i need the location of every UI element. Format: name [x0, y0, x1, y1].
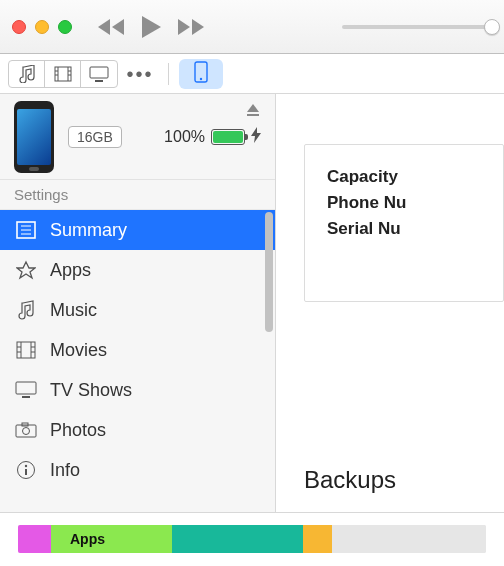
sidebar-item-photos[interactable]: Photos [0, 410, 275, 450]
device-button[interactable] [179, 59, 223, 89]
device-info-panel: Capacity Phone Nu Serial Nu [304, 144, 504, 302]
capacity-badge: 16GB [68, 126, 122, 148]
scrollbar-thumb[interactable] [265, 212, 273, 332]
storage-segment-audio [18, 525, 51, 553]
sidebar-item-info[interactable]: Info [0, 450, 275, 490]
sidebar-item-tv[interactable]: TV Shows [0, 370, 275, 410]
device-thumbnail [14, 101, 54, 173]
photos-icon [14, 422, 38, 438]
divider [168, 63, 169, 85]
playback-controls [96, 15, 206, 39]
more-button[interactable]: ••• [122, 61, 158, 87]
close-button[interactable] [12, 20, 26, 34]
forward-icon[interactable] [176, 18, 206, 36]
volume-knob[interactable] [484, 19, 500, 35]
svg-rect-11 [247, 114, 259, 116]
storage-bar-section: Apps [0, 512, 504, 566]
sidebar-item-label: Summary [50, 220, 127, 241]
svg-point-29 [25, 465, 27, 467]
sidebar-item-apps[interactable]: Apps [0, 250, 275, 290]
media-type-group [8, 60, 118, 88]
info-icon [14, 460, 38, 480]
summary-icon [14, 221, 38, 239]
rewind-icon[interactable] [96, 18, 126, 36]
sidebar-item-music[interactable]: Music [0, 290, 275, 330]
sidebar-item-label: Photos [50, 420, 106, 441]
sidebar-item-movies[interactable]: Movies [0, 330, 275, 370]
device-header: 16GB 100% [0, 94, 275, 180]
backups-heading: Backups [304, 466, 396, 494]
label-capacity: Capacity [327, 167, 503, 187]
music-icon [14, 300, 38, 320]
storage-segment-docs [172, 525, 303, 553]
sidebar-item-label: TV Shows [50, 380, 132, 401]
minimize-button[interactable] [35, 20, 49, 34]
sidebar-item-label: Music [50, 300, 97, 321]
svg-point-10 [200, 77, 202, 79]
volume-slider[interactable] [342, 25, 492, 29]
play-icon[interactable] [140, 15, 162, 39]
content-pane: Capacity Phone Nu Serial Nu Backups [276, 94, 504, 512]
label-phone-number: Phone Nu [327, 193, 503, 213]
settings-list: Summary Apps Music Movies [0, 210, 275, 490]
svg-point-27 [23, 428, 30, 435]
svg-rect-7 [90, 67, 108, 78]
svg-rect-16 [17, 342, 35, 358]
tab-movies[interactable] [45, 61, 81, 87]
movies-icon [14, 341, 38, 359]
device-sidebar: 16GB 100% Settings Summary [0, 94, 276, 512]
window-titlebar [0, 0, 504, 54]
sidebar-item-label: Info [50, 460, 80, 481]
battery-icon [211, 129, 245, 145]
section-label-settings: Settings [0, 180, 275, 210]
apps-icon [14, 260, 38, 280]
storage-segment-label: Apps [70, 525, 105, 553]
svg-rect-25 [16, 425, 36, 437]
charging-icon [251, 127, 261, 147]
tv-icon [14, 381, 38, 399]
sidebar-item-label: Movies [50, 340, 107, 361]
storage-segment-free [332, 525, 486, 553]
storage-segment-other [303, 525, 331, 553]
eject-icon[interactable] [245, 102, 261, 122]
storage-bar[interactable]: Apps [18, 525, 486, 553]
window-controls [12, 20, 72, 34]
library-tab-bar: ••• [0, 54, 504, 94]
sidebar-item-summary[interactable]: Summary [0, 210, 275, 250]
iphone-icon [194, 61, 208, 87]
tab-tv[interactable] [81, 61, 117, 87]
svg-rect-0 [55, 67, 71, 81]
storage-segment-apps [51, 525, 173, 553]
tab-music[interactable] [9, 61, 45, 87]
label-serial-number: Serial Nu [327, 219, 503, 239]
zoom-button[interactable] [58, 20, 72, 34]
svg-rect-23 [16, 382, 36, 394]
battery-percent: 100% [164, 128, 205, 146]
sidebar-item-label: Apps [50, 260, 91, 281]
